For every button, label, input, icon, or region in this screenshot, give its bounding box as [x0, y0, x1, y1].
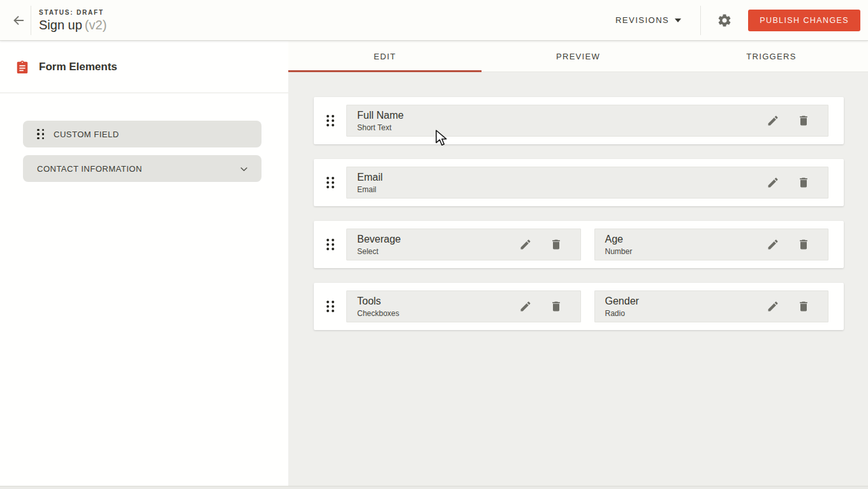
edit-field-button[interactable]: [519, 300, 532, 313]
field-title: Gender: [605, 295, 767, 307]
trash-icon: [797, 300, 810, 313]
sidebar-header: Form Elements: [0, 41, 288, 93]
field-actions: [767, 176, 810, 189]
sidebar-title: Form Elements: [39, 61, 117, 73]
field-item[interactable]: Full Name Short Text: [346, 105, 828, 137]
back-arrow-icon: [11, 13, 26, 27]
field-type: Radio: [605, 309, 767, 318]
top-bar: STATUS: DRAFT Sign up(v2) REVISIONS PUBL…: [0, 0, 868, 41]
pencil-icon: [519, 300, 532, 313]
field-type: Number: [605, 247, 767, 256]
field-item[interactable]: Tools Checkboxes: [346, 290, 581, 322]
field-item[interactable]: Beverage Select: [346, 229, 581, 260]
trash-icon: [550, 300, 563, 313]
row-fields: Email Email: [346, 167, 828, 199]
main-panel: EDIT PREVIEW TRIGGERS Full Name Short Te…: [288, 41, 868, 486]
sidebar-items: CUSTOM FIELD CONTACT INFORMATION: [0, 93, 288, 182]
field-item[interactable]: Gender Radio: [594, 290, 829, 322]
row-fields: Beverage Select Age Number: [346, 229, 828, 260]
row-drag-handle[interactable]: [314, 301, 346, 312]
field-title: Age: [605, 233, 767, 245]
drag-handle-icon: [37, 129, 44, 140]
page-title-version: (v2): [85, 18, 107, 32]
tab-triggers[interactable]: TRIGGERS: [675, 41, 868, 71]
gear-icon: [717, 13, 732, 28]
field-text: Gender Radio: [605, 295, 767, 318]
pencil-icon: [767, 300, 779, 313]
clipboard-icon: [15, 60, 29, 74]
topbar-divider: [700, 6, 701, 35]
pencil-icon: [519, 238, 532, 251]
edit-field-button[interactable]: [767, 176, 779, 189]
delete-field-button[interactable]: [550, 300, 563, 313]
delete-field-button[interactable]: [550, 238, 563, 251]
topbar-divider: [31, 6, 31, 35]
field-title: Tools: [357, 295, 519, 307]
field-title: Full Name: [357, 109, 767, 121]
field-text: Tools Checkboxes: [357, 295, 519, 318]
tab-preview[interactable]: PREVIEW: [482, 41, 675, 71]
field-item[interactable]: Email Email: [346, 167, 828, 199]
delete-field-button[interactable]: [797, 114, 810, 127]
field-row-card: Email Email: [314, 159, 844, 206]
field-type: Email: [357, 185, 767, 194]
field-text: Email Email: [357, 171, 767, 194]
delete-field-button[interactable]: [797, 176, 810, 189]
sidebar-item-custom-field[interactable]: CUSTOM FIELD: [23, 121, 261, 147]
sidebar-item-label: CONTACT INFORMATION: [37, 164, 239, 174]
tab-edit[interactable]: EDIT: [288, 41, 482, 71]
page-title: Sign up: [39, 18, 82, 32]
tab-bar: EDIT PREVIEW TRIGGERS: [288, 41, 868, 72]
row-fields: Tools Checkboxes Gender Radio: [346, 290, 828, 322]
status-badge: STATUS: DRAFT: [39, 9, 107, 16]
edit-field-button[interactable]: [767, 114, 779, 127]
delete-field-button[interactable]: [797, 300, 810, 313]
field-row-card: Full Name Short Text: [314, 97, 844, 144]
row-drag-handle[interactable]: [314, 177, 346, 188]
field-row-card: Beverage Select Age Number: [314, 221, 844, 268]
pencil-icon: [767, 114, 779, 127]
field-type: Short Text: [357, 123, 767, 132]
back-button[interactable]: [6, 8, 31, 33]
field-row-card: Tools Checkboxes Gender Radio: [314, 283, 844, 330]
field-actions: [767, 238, 810, 251]
edit-field-button[interactable]: [767, 238, 779, 251]
field-actions: [519, 300, 563, 313]
drag-handle-icon: [327, 239, 334, 250]
edit-field-button[interactable]: [519, 238, 532, 251]
revisions-label: REVISIONS: [615, 15, 669, 25]
form-title-block: STATUS: DRAFT Sign up(v2): [39, 8, 107, 33]
field-item[interactable]: Age Number: [594, 229, 829, 260]
drag-handle-icon: [327, 177, 334, 188]
row-drag-handle[interactable]: [314, 239, 346, 250]
drag-handle-icon: [327, 115, 334, 126]
edit-field-button[interactable]: [767, 300, 779, 313]
field-actions: [519, 238, 563, 251]
chevron-down-icon: [239, 164, 249, 174]
settings-button[interactable]: [710, 6, 739, 35]
row-drag-handle[interactable]: [314, 115, 346, 126]
publish-changes-button[interactable]: PUBLISH CHANGES: [748, 10, 860, 31]
trash-icon: [550, 238, 563, 251]
field-text: Beverage Select: [357, 233, 519, 256]
trash-icon: [797, 176, 810, 189]
field-text: Full Name Short Text: [357, 109, 767, 132]
row-fields: Full Name Short Text: [346, 105, 828, 137]
field-title: Email: [357, 171, 767, 183]
field-type: Checkboxes: [357, 309, 519, 318]
revisions-dropdown[interactable]: REVISIONS: [613, 10, 684, 30]
sidebar-item-contact-information[interactable]: CONTACT INFORMATION: [23, 155, 261, 182]
field-title: Beverage: [357, 233, 519, 245]
bottom-edge-strip: [0, 486, 868, 489]
trash-icon: [797, 238, 810, 251]
sidebar: Form Elements CUSTOM FIELD CONTACT INFOR…: [0, 41, 288, 486]
delete-field-button[interactable]: [797, 238, 810, 251]
fields-list: Full Name Short Text Email Email: [288, 72, 868, 330]
pencil-icon: [767, 176, 779, 189]
field-text: Age Number: [605, 233, 767, 256]
field-actions: [767, 114, 810, 127]
drag-handle-icon: [327, 301, 334, 312]
field-type: Select: [357, 247, 519, 256]
trash-icon: [797, 114, 810, 127]
pencil-icon: [767, 238, 779, 251]
